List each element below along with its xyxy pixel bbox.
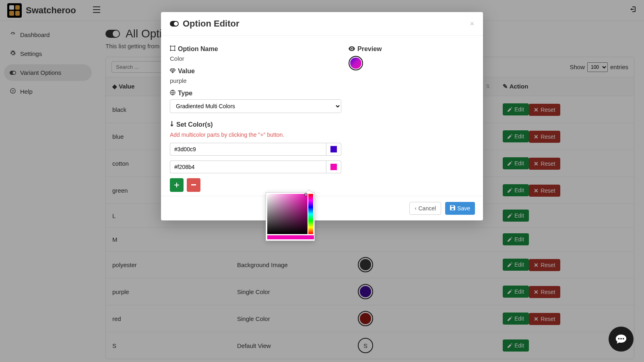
preview-swatch bbox=[349, 56, 363, 70]
chevron-left-icon: ‹ bbox=[415, 206, 416, 211]
svg-rect-6 bbox=[171, 46, 175, 51]
color-picker-popover[interactable] bbox=[266, 192, 315, 241]
close-icon[interactable]: × bbox=[470, 20, 474, 28]
chat-fab[interactable] bbox=[609, 327, 634, 352]
add-color-button[interactable] bbox=[170, 178, 184, 192]
toggle-icon bbox=[170, 19, 179, 29]
multicolor-hint: Add multicolor parts by clicking the "+"… bbox=[170, 132, 341, 138]
cancel-button[interactable]: ‹ Cancel bbox=[409, 202, 441, 215]
gem-icon bbox=[170, 68, 175, 75]
set-colors-label: Set Color(s) bbox=[176, 121, 213, 128]
remove-color-button[interactable] bbox=[187, 178, 200, 192]
crop-icon bbox=[170, 45, 175, 53]
svg-rect-8 bbox=[191, 184, 196, 185]
type-label: Type bbox=[178, 90, 192, 97]
color-input-0 bbox=[170, 143, 341, 156]
eye-icon bbox=[349, 45, 355, 53]
svg-point-10 bbox=[618, 338, 620, 339]
svg-point-5 bbox=[174, 22, 178, 26]
option-name-value: Color bbox=[170, 55, 341, 62]
color-chip-icon bbox=[330, 146, 337, 152]
color-input-1 bbox=[170, 160, 341, 173]
save-icon bbox=[450, 205, 455, 212]
color-swatch-button[interactable] bbox=[326, 160, 341, 173]
modal-title: Option Editor bbox=[183, 19, 239, 29]
picker-saturation-value[interactable] bbox=[267, 194, 308, 234]
svg-point-12 bbox=[623, 338, 624, 339]
save-button[interactable]: Save bbox=[445, 202, 475, 215]
svg-point-11 bbox=[620, 338, 622, 339]
picker-cursor-icon bbox=[305, 193, 307, 196]
picker-alpha-slider[interactable] bbox=[267, 235, 314, 239]
picker-hue-slider[interactable] bbox=[308, 194, 313, 234]
chat-icon bbox=[615, 333, 627, 345]
arrow-down-icon bbox=[170, 121, 174, 128]
color-hex-input[interactable] bbox=[170, 143, 326, 156]
option-editor-modal: Option Editor × Option Name Color Value … bbox=[161, 12, 483, 220]
color-chip-icon bbox=[330, 164, 337, 170]
type-select[interactable]: Gradiented Multi Colors bbox=[170, 99, 341, 113]
globe-icon bbox=[170, 90, 175, 97]
color-swatch-button[interactable] bbox=[326, 143, 341, 156]
svg-point-9 bbox=[351, 48, 353, 49]
option-name-label: Option Name bbox=[178, 45, 218, 53]
preview-label: Preview bbox=[357, 45, 382, 53]
color-hex-input[interactable] bbox=[170, 160, 326, 173]
modal-overlay: Option Editor × Option Name Color Value … bbox=[0, 0, 644, 362]
value-label: Value bbox=[178, 68, 195, 75]
value-value: purple bbox=[170, 77, 341, 84]
